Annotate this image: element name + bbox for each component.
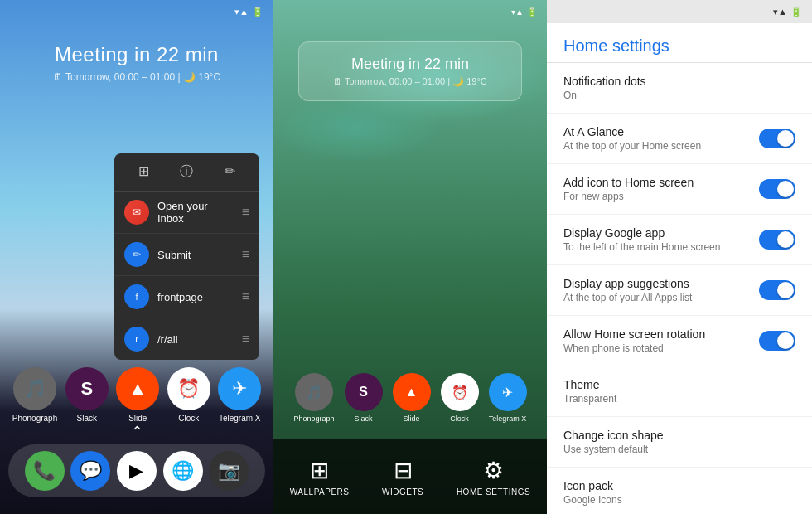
settings-item-add-icon[interactable]: Add icon to Home screen For new apps xyxy=(547,164,812,215)
clock-label: Clock xyxy=(178,414,199,423)
right-wifi-icon: ▾▲ xyxy=(773,7,787,17)
settings-item-title-icon-pack: Icon pack xyxy=(563,479,795,492)
home-settings-icon: ⚙ xyxy=(483,457,504,484)
settings-item-title-icon-shape: Change icon shape xyxy=(563,429,795,442)
settings-item-sub-icon-shape: Use system default xyxy=(563,444,795,455)
battery-icon: 🔋 xyxy=(252,7,263,17)
dock-chrome[interactable]: 🌐 xyxy=(163,451,203,491)
settings-item-sub-rotation: When phone is rotated xyxy=(563,342,759,354)
middle-app-slide[interactable]: ▲ Slide xyxy=(393,373,431,423)
dots-icon-inbox: ≡ xyxy=(242,205,249,220)
toolbar-home-settings[interactable]: ⚙ HOME SETTINGS xyxy=(457,457,530,497)
toolbar-wallpapers[interactable]: ⊞ WALLPAPERS xyxy=(290,457,350,497)
context-menu: ⊞ ⓘ ✏ ✉ Open your Inbox ≡ ✏ Submit ≡ f f… xyxy=(114,153,259,360)
settings-item-title-add-icon: Add icon to Home screen xyxy=(563,176,759,189)
toggle-display-suggestions[interactable] xyxy=(759,280,795,300)
context-menu-item-rall[interactable]: r /r/all ≡ xyxy=(114,318,259,360)
right-battery-icon: 🔋 xyxy=(790,7,802,17)
slack-label: Slack xyxy=(77,414,97,423)
app-slack[interactable]: S Slack xyxy=(65,367,109,423)
settings-item-sub-display-suggestions: At the top of your All Apps list xyxy=(563,292,759,303)
settings-item-notification-dots[interactable]: Notification dots On xyxy=(547,63,812,114)
settings-item-title-notification-dots: Notification dots xyxy=(563,75,795,88)
settings-item-rotation[interactable]: Allow Home screen rotation When phone is… xyxy=(547,316,812,366)
settings-item-title-theme: Theme xyxy=(563,378,795,391)
left-panel: ▾▲ 🔋 Meeting in 22 min 🗓 Tomorrow, 00:00… xyxy=(0,0,273,514)
bottom-toolbar: ⊞ WALLPAPERS ⊟ WIDGETS ⚙ HOME SETTINGS xyxy=(273,439,547,514)
telegram-label: Telegram X xyxy=(219,414,261,423)
widgets-icon: ⊟ xyxy=(394,457,413,484)
context-menu-header: ⊞ ⓘ ✏ xyxy=(114,153,259,192)
context-item-label-inbox: Open your Inbox xyxy=(157,200,234,225)
settings-item-sub-add-icon: For new apps xyxy=(563,191,759,202)
settings-item-icon-shape[interactable]: Change icon shape Use system default xyxy=(547,417,812,468)
meeting-card-middle: Meeting in 22 min 🗓 Tomorrow, 00:00 – 01… xyxy=(298,41,522,101)
app-clock[interactable]: ⏰ Clock xyxy=(167,367,210,423)
telegram-icon: ✈ xyxy=(218,367,261,410)
meeting-subtitle-left: 🗓 Tomorrow, 00:00 – 01:00 | 🌙 19°C xyxy=(10,71,263,83)
phonograph-icon: 🎵 xyxy=(13,367,56,410)
grid-icon[interactable]: ⊞ xyxy=(138,163,149,181)
meeting-title-left: Meeting in 22 min xyxy=(10,43,263,66)
info-icon[interactable]: ⓘ xyxy=(180,163,193,181)
settings-item-title-rotation: Allow Home screen rotation xyxy=(563,327,759,341)
toggle-at-a-glance[interactable] xyxy=(759,128,795,148)
edit-icon[interactable]: ✏ xyxy=(225,163,235,181)
rall-icon: r xyxy=(124,327,149,352)
middle-meeting-title: Meeting in 22 min xyxy=(312,56,508,73)
toggle-add-icon[interactable] xyxy=(759,179,795,199)
app-phonograph[interactable]: 🎵 Phonograph xyxy=(12,367,58,423)
settings-item-icon-pack[interactable]: Icon pack Google Icons xyxy=(547,468,812,514)
dock-playstore[interactable]: ▶ xyxy=(117,451,157,491)
context-menu-item-inbox[interactable]: ✉ Open your Inbox ≡ xyxy=(114,192,259,234)
right-status-bar: ▾▲ 🔋 xyxy=(547,0,812,23)
chevron-up-icon[interactable]: ⌃ xyxy=(131,423,143,441)
toggle-display-google[interactable] xyxy=(759,230,795,250)
dock-messages[interactable]: 💬 xyxy=(70,451,110,491)
middle-battery-icon: 🔋 xyxy=(527,7,537,17)
settings-item-sub-at-a-glance: At the top of your Home screen xyxy=(563,140,759,152)
status-icons-left: ▾▲ 🔋 xyxy=(234,7,263,17)
toolbar-widgets[interactable]: ⊟ WIDGETS xyxy=(382,457,423,497)
meeting-card-left: Meeting in 22 min 🗓 Tomorrow, 00:00 – 01… xyxy=(0,33,273,93)
wifi-icon: ▾▲ xyxy=(234,7,249,17)
wallpapers-label: WALLPAPERS xyxy=(290,487,350,497)
toggle-rotation[interactable] xyxy=(759,331,795,351)
settings-item-sub-notification-dots: On xyxy=(563,90,795,101)
clock-icon: ⏰ xyxy=(167,367,210,410)
settings-item-at-a-glance[interactable]: At A Glance At the top of your Home scre… xyxy=(547,114,812,164)
settings-item-display-suggestions[interactable]: Display app suggestions At the top of yo… xyxy=(547,265,812,316)
slide-label: Slide xyxy=(128,414,147,423)
settings-list: Notification dots On At A Glance At the … xyxy=(547,63,812,514)
settings-item-title-display-suggestions: Display app suggestions xyxy=(563,277,759,290)
dots-icon-frontpage: ≡ xyxy=(242,289,249,304)
settings-header: Home settings xyxy=(547,23,812,63)
dock-phone[interactable]: 📞 xyxy=(25,451,65,491)
settings-item-title-at-a-glance: At A Glance xyxy=(563,125,759,138)
middle-app-phonograph[interactable]: 🎵 Phonograph xyxy=(293,373,334,423)
slack-icon: S xyxy=(65,367,109,410)
home-settings-label: HOME SETTINGS xyxy=(457,487,530,497)
middle-app-clock[interactable]: ⏰ Clock xyxy=(441,373,479,423)
middle-app-icons: 🎵 Phonograph S Slack ▲ Slide ⏰ Clock ✈ T… xyxy=(273,373,547,423)
middle-telegram-icon: ✈ xyxy=(489,373,527,411)
middle-phonograph-icon: 🎵 xyxy=(295,373,333,411)
settings-item-title-display-google: Display Google app xyxy=(563,226,759,240)
app-telegram[interactable]: ✈ Telegram X xyxy=(218,367,261,423)
dock-camera[interactable]: 📷 xyxy=(209,451,249,491)
widgets-label: WIDGETS xyxy=(382,487,423,497)
middle-app-telegram[interactable]: ✈ Telegram X xyxy=(489,373,527,423)
settings-item-theme[interactable]: Theme Transparent xyxy=(547,366,812,417)
middle-panel: ▾▲ 🔋 Meeting in 22 min 🗓 Tomorrow, 00:00… xyxy=(273,0,547,514)
middle-meeting-sub: 🗓 Tomorrow, 00:00 – 01:00 | 🌙 19°C xyxy=(312,76,508,87)
context-menu-item-submit[interactable]: ✏ Submit ≡ xyxy=(114,234,259,276)
context-item-label-submit: Submit xyxy=(157,249,234,261)
middle-slide-icon: ▲ xyxy=(393,373,431,411)
status-bar-left: ▾▲ 🔋 xyxy=(0,0,273,23)
middle-app-slack[interactable]: S Slack xyxy=(345,373,383,423)
wallpapers-icon: ⊞ xyxy=(310,457,329,484)
settings-item-display-google[interactable]: Display Google app To the left of the ma… xyxy=(547,215,812,265)
app-slide[interactable]: ▲ Slide xyxy=(116,367,159,423)
settings-item-sub-theme: Transparent xyxy=(563,393,795,405)
context-menu-item-frontpage[interactable]: f frontpage ≡ xyxy=(114,276,259,318)
